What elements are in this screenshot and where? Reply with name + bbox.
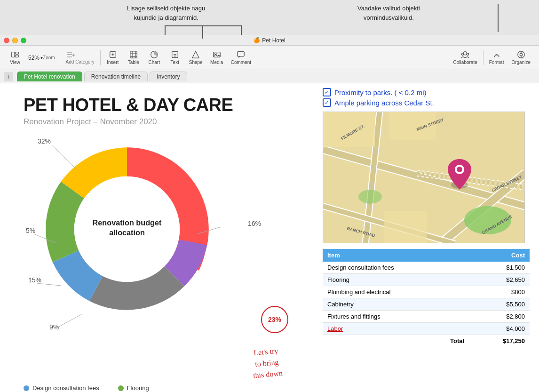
cell-cost-0: $1,500 xyxy=(469,262,530,274)
window-title-text: Pet Hotel xyxy=(262,37,285,44)
svg-text:T: T xyxy=(174,53,176,58)
traffic-lights xyxy=(4,38,26,43)
comment-label: Comment xyxy=(231,60,251,65)
cell-item-total: Total xyxy=(323,335,469,347)
svg-marker-19 xyxy=(192,51,199,58)
fullscreen-button[interactable] xyxy=(21,38,26,43)
chart-icon xyxy=(150,50,159,59)
cell-item-labor: Labor xyxy=(323,323,469,335)
add-category-label: Add Category xyxy=(66,59,95,64)
svg-text:allocation: allocation xyxy=(109,228,145,237)
pct-5: 5% xyxy=(26,227,35,234)
legend-item-flooring: Flooring xyxy=(118,384,153,392)
legend-dot-design xyxy=(24,385,29,391)
cell-cost-3: $5,500 xyxy=(469,298,530,311)
donut-chart[interactable]: Renovation budget allocation 32% 5% 15% … xyxy=(9,126,282,370)
format-icon xyxy=(492,50,501,59)
svg-rect-0 xyxy=(12,52,15,57)
minimize-button[interactable] xyxy=(12,38,18,43)
cell-cost-total: $17,250 xyxy=(469,335,530,347)
check-item-1: ✓ Proximity to parks. ( < 0.2 mi) xyxy=(323,88,530,96)
tooltip-left-bracket-left xyxy=(165,25,166,35)
tab-inventory[interactable]: Inventory xyxy=(150,72,187,81)
svg-point-23 xyxy=(464,52,467,55)
zoom-control[interactable]: 52% ▾ Zoom xyxy=(25,54,58,62)
tooltip-left: Lisage selliseid objekte nagu kujundid j… xyxy=(127,4,205,22)
map-svg: FILMORE ST. MAIN STREET CEDAR STREET GRA… xyxy=(323,112,525,243)
table-label: Table xyxy=(128,60,139,65)
chart-label: Chart xyxy=(149,60,160,65)
table-row: Flooring $2,650 xyxy=(323,274,530,286)
close-button[interactable] xyxy=(4,38,9,43)
annotation-text: Let's try to bring this down xyxy=(250,334,283,381)
text-button[interactable]: T Text xyxy=(165,48,185,67)
pct-16: 16% xyxy=(248,220,261,227)
legend-dot-flooring xyxy=(118,385,124,391)
format-label: Format xyxy=(489,60,504,65)
annotation-circle-23: 23% xyxy=(261,306,288,333)
tabs-bar: + Pet Hotel renovation Renovation timeli… xyxy=(0,70,539,83)
cell-cost-1: $2,650 xyxy=(469,274,530,286)
legend: Design consultation fees Plumbing and el… xyxy=(24,384,153,392)
view-icon xyxy=(11,50,19,59)
checkbox-1[interactable]: ✓ xyxy=(323,88,331,96)
col-header-cost: Cost xyxy=(469,249,530,262)
zoom-value: 52% xyxy=(28,55,40,61)
tab-renovation-timeline[interactable]: Renovation timeline xyxy=(84,72,148,81)
donut-svg: Renovation budget allocation xyxy=(9,126,245,333)
svg-rect-2 xyxy=(16,55,18,57)
svg-point-62 xyxy=(457,167,462,172)
comment-icon xyxy=(237,50,245,59)
tooltip-left-line-horiz1 xyxy=(165,25,203,26)
chart-button[interactable]: Chart xyxy=(144,48,165,67)
legend-item-design: Design consultation fees xyxy=(24,384,99,392)
shape-button[interactable]: Shape xyxy=(185,48,206,67)
organize-label: Organize xyxy=(511,60,531,65)
add-category-button[interactable]: Add Category xyxy=(62,49,98,66)
legend-col-1: Design consultation fees Plumbing and el… xyxy=(24,384,99,392)
cell-item-1: Flooring xyxy=(323,274,469,286)
view-button[interactable]: View xyxy=(5,48,25,67)
insert-label: Insert xyxy=(107,60,119,65)
tooltip-left-line-horiz2 xyxy=(202,25,241,26)
separator-1 xyxy=(60,50,60,65)
cell-item-3: Cabinetry xyxy=(323,298,469,311)
cell-item-4: Fixtures and fittings xyxy=(323,311,469,323)
comment-button[interactable]: Comment xyxy=(227,48,255,67)
svg-point-28 xyxy=(520,53,522,56)
separator-2 xyxy=(100,50,101,65)
insert-icon xyxy=(109,50,117,59)
media-icon xyxy=(213,50,221,59)
media-label: Media xyxy=(210,60,223,65)
slide-main-title: PET HOTEL & DAY CARE xyxy=(24,95,233,115)
table-section: Item Cost Design consultation fees $1,50… xyxy=(323,249,530,347)
view-label: View xyxy=(10,60,20,65)
organize-button[interactable]: Organize xyxy=(507,48,534,67)
add-tab-button[interactable]: + xyxy=(4,72,13,81)
cell-item-2: Plumbing and electrical xyxy=(323,286,469,298)
col-header-item: Item xyxy=(323,249,469,262)
media-button[interactable]: Media xyxy=(206,48,227,67)
table-row: Fixtures and fittings $2,800 xyxy=(323,311,530,323)
format-button[interactable]: Format xyxy=(485,48,508,67)
table-row-total: Total $17,250 xyxy=(323,335,530,347)
table-row: Cabinetry $5,500 xyxy=(323,298,530,311)
add-category-icon xyxy=(66,51,76,58)
tooltip-right-line xyxy=(498,4,499,32)
table-button[interactable]: Table xyxy=(123,48,144,67)
tooltip-right: Vaadake valitud objekti vormindusvalikui… xyxy=(357,4,420,22)
checkbox-2[interactable]: ✓ xyxy=(323,98,331,107)
svg-rect-52 xyxy=(384,211,427,243)
table-row-labor: Labor $4,000 xyxy=(323,323,530,335)
collaborate-button[interactable]: Collaborate xyxy=(450,48,481,67)
slide-subtitle: Renovation Project – November 2020 xyxy=(24,117,233,127)
table-icon xyxy=(129,50,138,59)
tab-pet-hotel-renovation[interactable]: Pet Hotel renovation xyxy=(17,72,82,81)
separator-3 xyxy=(483,50,484,65)
shape-icon xyxy=(191,50,200,59)
insert-button[interactable]: Insert xyxy=(103,48,123,67)
text-label: Text xyxy=(171,60,179,65)
pct-32: 32% xyxy=(38,137,51,145)
table-row: Plumbing and electrical $800 xyxy=(323,286,530,298)
slide-area: PET HOTEL & DAY CARE Renovation Project … xyxy=(0,83,539,392)
